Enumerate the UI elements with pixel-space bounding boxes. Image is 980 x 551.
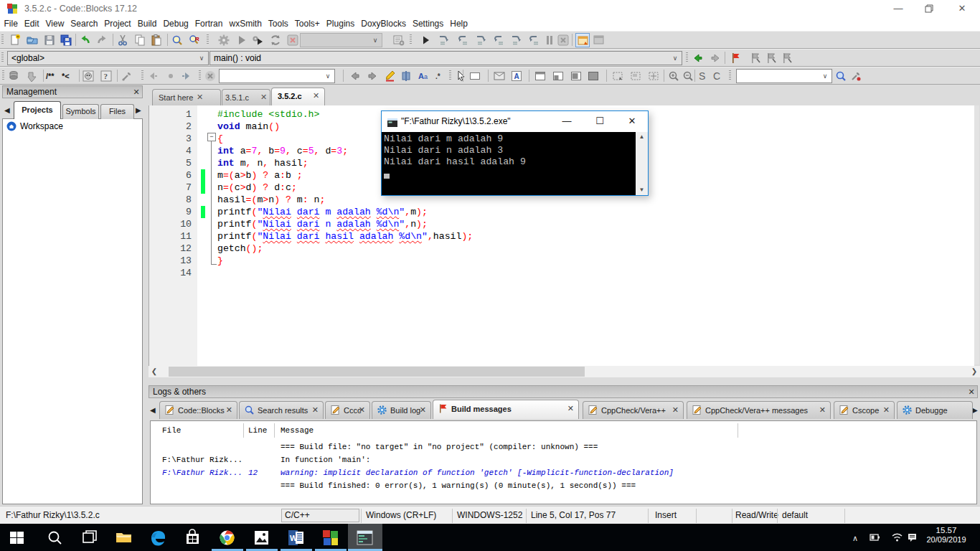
symbol-search-icon[interactable] — [834, 70, 847, 83]
log-tab-cccc[interactable]: Cccc✕ — [325, 401, 370, 419]
status-eol-mode[interactable]: Windows (CR+LF) — [366, 507, 436, 524]
editor-tab-start-here[interactable]: Start here✕ — [152, 89, 221, 105]
log-tab-code-blocks[interactable]: Code::Blocks✕ — [159, 401, 237, 419]
step-into-instruction-icon[interactable] — [528, 34, 541, 47]
tray-time[interactable]: 15.57 — [925, 526, 967, 535]
browse-tracker-settings-icon[interactable] — [849, 70, 862, 83]
redo-icon[interactable] — [95, 34, 108, 47]
next-line-icon[interactable] — [457, 34, 470, 47]
find-icon[interactable] — [171, 34, 184, 47]
copy-icon[interactable] — [133, 34, 146, 47]
doxy-block-comment[interactable]: /** — [46, 70, 55, 83]
tab-close-icon[interactable]: ✕ — [313, 91, 319, 100]
console-scrollbar[interactable]: ▲ ▼ — [636, 132, 648, 195]
tab-close-icon[interactable]: ✕ — [672, 405, 679, 415]
run-icon[interactable] — [235, 34, 248, 47]
tab-close-icon[interactable]: ✕ — [197, 93, 215, 102]
editor-hscrollbar-thumb[interactable] — [169, 367, 585, 377]
wxsmith-pointer-icon[interactable] — [454, 70, 467, 83]
status-insert-mode[interactable]: Insert — [655, 507, 677, 524]
various-info-icon[interactable] — [593, 34, 606, 47]
menu-build[interactable]: Build — [134, 17, 160, 31]
debugging-windows-icon[interactable] — [575, 33, 590, 47]
taskbar-search-button[interactable] — [38, 524, 72, 551]
log-tab-cppcheck-vera-[interactable]: CppCheck/Vera++✕ — [583, 401, 684, 419]
console-minimize-button[interactable]: — — [555, 111, 579, 132]
break-debugger-icon[interactable] — [543, 34, 556, 47]
scope-combo[interactable]: <global>∨ — [7, 51, 209, 65]
taskbar-start-button[interactable] — [0, 524, 34, 551]
logs-tabs-scroll-right[interactable]: ▶ — [972, 406, 978, 414]
minimize-button[interactable]: — — [887, 0, 909, 17]
incremental-search-combo[interactable]: ∨ — [219, 69, 335, 83]
save-file-icon[interactable] — [43, 34, 56, 47]
doxy-help-icon[interactable]: ? — [100, 70, 113, 83]
doxy-line-comment[interactable]: *< — [62, 70, 70, 83]
align-bottom-icon[interactable] — [552, 70, 565, 83]
select-drag-icon[interactable] — [611, 70, 624, 83]
tab-close-icon[interactable]: ✕ — [420, 405, 426, 415]
chevron-down-icon[interactable]: ∨ — [369, 34, 381, 46]
symbol-combo[interactable]: main() : void∨ — [209, 51, 682, 65]
chevron-down-icon[interactable]: ∨ — [196, 52, 207, 64]
select-target-icon[interactable] — [400, 70, 413, 83]
step-into-icon[interactable] — [475, 34, 488, 47]
tab-close-icon[interactable]: ✕ — [883, 405, 890, 415]
menu-edit[interactable]: Edit — [21, 17, 42, 31]
editor-tab-3-5-2-c[interactable]: 3.5.2.c✕ — [271, 88, 325, 105]
menu-plugins[interactable]: Plugins — [323, 17, 357, 31]
wxsmith-panel-icon[interactable] — [493, 70, 506, 83]
doxy-wizard-icon[interactable] — [82, 70, 95, 83]
hscroll-left-arrow[interactable]: ❮ — [149, 366, 160, 377]
tab-close-icon[interactable]: ✕ — [312, 405, 319, 415]
run-to-cursor-icon[interactable] — [438, 34, 451, 47]
status-encoding[interactable]: WINDOWS-1252 — [457, 507, 522, 524]
chevron-down-icon[interactable]: ∨ — [669, 52, 681, 64]
menu-help[interactable]: Help — [447, 17, 471, 31]
zoom-in-icon[interactable] — [667, 70, 680, 83]
tray-chevron-icon[interactable]: ∧ — [852, 534, 858, 543]
search-prev-icon[interactable] — [349, 70, 362, 83]
log-tab-cscope[interactable]: Cscope✕ — [834, 401, 895, 419]
logs-close-icon[interactable]: ✕ — [966, 386, 976, 397]
console-close-button[interactable]: ✕ — [620, 111, 644, 132]
compile-current-file-icon[interactable] — [392, 34, 405, 47]
chevron-down-icon[interactable]: ∨ — [322, 70, 334, 82]
match-case-icon[interactable]: Aa — [418, 70, 430, 83]
management-tab-symbols[interactable]: Symbols — [62, 104, 99, 119]
log-tab-search-results[interactable]: Search results✕ — [239, 401, 324, 419]
management-tab-projects[interactable]: Projects — [14, 101, 61, 119]
taskbar-console-button[interactable] — [348, 524, 382, 551]
abort-build-icon[interactable] — [286, 34, 299, 47]
status-profile[interactable]: default — [782, 507, 808, 524]
prev-bookmark-icon[interactable] — [749, 52, 762, 65]
taskbar-edge-button[interactable] — [141, 524, 176, 551]
restore-button[interactable] — [918, 0, 940, 17]
chevron-down-icon[interactable]: ∨ — [819, 70, 831, 82]
menu-file[interactable]: File — [1, 17, 21, 31]
cut-icon[interactable] — [116, 34, 129, 47]
goto-prev-function-icon[interactable] — [692, 52, 705, 65]
save-all-icon[interactable] — [60, 34, 72, 47]
align-fill-icon[interactable] — [587, 70, 600, 83]
notification-icon[interactable] — [907, 532, 918, 545]
stop-debugger-icon[interactable] — [557, 34, 570, 47]
replace-icon[interactable]: R — [188, 34, 201, 47]
rebuild-icon[interactable] — [269, 34, 282, 47]
tray-date[interactable]: 20/09/2019 — [925, 535, 967, 545]
log-tab-debugge[interactable]: Debugge✕ — [897, 401, 973, 419]
debug-continue-icon[interactable] — [419, 34, 432, 47]
logs-tabs-scroll-left[interactable]: ◀ — [150, 406, 156, 414]
menu-settings[interactable]: Settings — [409, 17, 446, 31]
tab-close-icon[interactable]: ✕ — [819, 405, 826, 415]
clear-bookmarks-icon[interactable] — [781, 52, 793, 65]
wxsmith-dialog-icon[interactable]: A — [510, 70, 523, 83]
goto-next-function-icon[interactable] — [709, 52, 722, 65]
insert-comment-icon[interactable] — [26, 70, 39, 83]
align-left-icon[interactable] — [570, 70, 583, 83]
menu-search[interactable]: Search — [67, 17, 101, 31]
menu-view[interactable]: View — [42, 17, 67, 31]
taskbar-store-button[interactable] — [176, 524, 210, 551]
taskbar-file-explorer-button[interactable] — [107, 524, 141, 551]
menu-debug[interactable]: Debug — [160, 17, 192, 31]
